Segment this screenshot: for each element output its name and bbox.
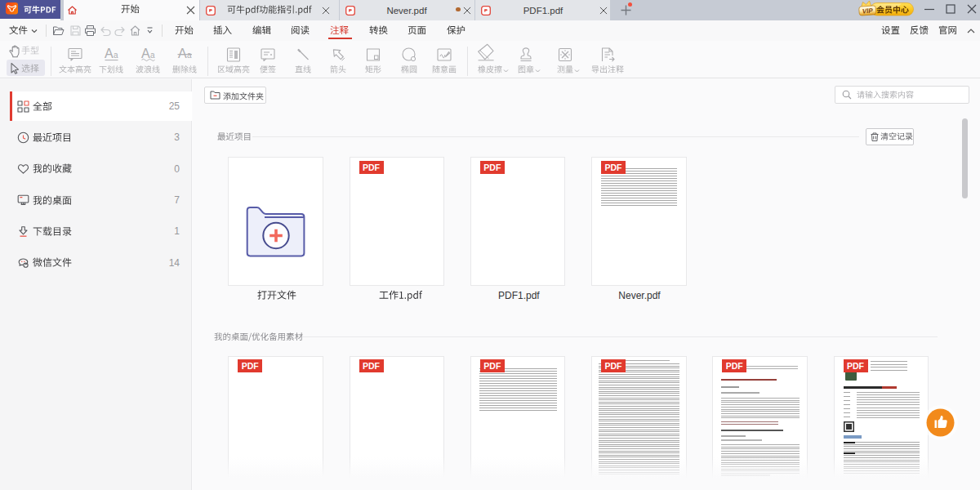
svg-text:a: a (150, 51, 155, 60)
svg-text:VIP: VIP (862, 7, 873, 16)
svg-text:a: a (114, 51, 118, 60)
svg-text:A: A (178, 47, 187, 60)
svg-text:a: a (187, 51, 192, 60)
svg-text:A: A (141, 47, 150, 60)
svg-text:A: A (105, 47, 114, 60)
